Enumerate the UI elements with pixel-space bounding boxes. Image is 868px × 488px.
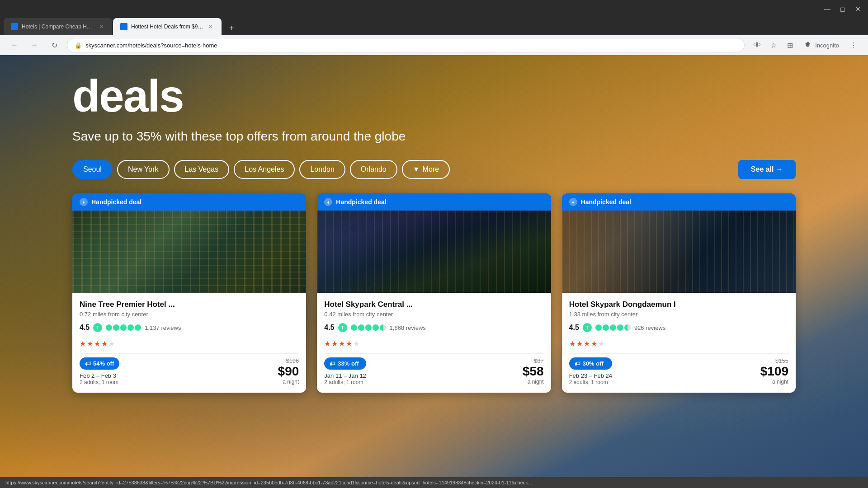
filter-los-angeles[interactable]: Los Angeles: [234, 160, 295, 179]
hotel-name-3: Hotel Skypark Dongdaemun I: [569, 300, 788, 309]
tripadvisor-icon-1: T: [93, 323, 102, 332]
price-section-3: $155 $109 a night: [760, 357, 788, 385]
star-1-1: ★: [80, 339, 86, 348]
tab-hotel-deals[interactable]: Hottest Hotel Deals from $90 | ✕: [113, 18, 222, 35]
price-section-2: $87 $58 a night: [523, 357, 544, 385]
dot-2-3: [365, 324, 372, 331]
handpicked-icon-2: ♦: [324, 198, 332, 206]
tab-title-1: Hotels | Compare Cheap Hotel: [22, 23, 94, 30]
filter-seoul[interactable]: Seoul: [72, 160, 113, 179]
tab-favicon-2: [120, 23, 127, 30]
filter-row: Seoul New York Las Vegas Los Angeles Lon…: [72, 160, 796, 179]
back-button[interactable]: ←: [7, 38, 22, 52]
sale-price-1: $90: [278, 364, 299, 379]
star-1-2: ★: [87, 339, 93, 348]
forward-button[interactable]: →: [27, 38, 42, 52]
date-range-3: Feb 23 – Feb 24: [569, 372, 612, 379]
dot-2-4: [373, 324, 379, 331]
star-1-3: ★: [94, 339, 100, 348]
price-row-3: 🏷 30% off Feb 23 – Feb 24 2 adults, 1 ro…: [569, 357, 788, 385]
price-row-1: 🏷 54% off Feb 2 – Feb 3 2 adults, 1 room…: [80, 357, 299, 385]
page-inner: deals Save up to 35% with these top offe…: [0, 55, 868, 393]
filter-new-york[interactable]: New York: [117, 160, 170, 179]
hotel-card-skypark-central[interactable]: ♦ Handpicked deal Hotel Skypark Central …: [317, 193, 551, 393]
dot-1-3: [120, 324, 127, 331]
bookmark-icon[interactable]: ☆: [766, 38, 781, 52]
extensions-icon[interactable]: ⊞: [783, 38, 797, 52]
handpicked-icon-1: ♦: [80, 198, 88, 206]
star-1-4: ★: [101, 339, 108, 348]
url-bar[interactable]: 🔒 skyscanner.com/hotels/deals?source=hot…: [67, 38, 745, 52]
new-tab-button[interactable]: +: [224, 21, 239, 35]
star-2-5: ★: [353, 339, 359, 348]
original-price-1: $196: [278, 357, 299, 364]
guests-info-1: 2 adults, 1 room: [80, 379, 119, 385]
green-dots-3: [595, 324, 631, 331]
rating-row-3: 4.5 T 926 reviews: [569, 323, 788, 332]
rating-row-1: 4.5 T 1,137 reviews: [80, 323, 299, 332]
dot-3-5: [624, 324, 631, 331]
reviews-count-2: 1,868 reviews: [390, 324, 426, 331]
hotel-distance-1: 0.72 miles from city center: [80, 311, 299, 318]
original-price-2: $87: [523, 357, 544, 364]
guests-info-3: 2 adults, 1 room: [569, 379, 612, 385]
see-all-button[interactable]: See all →: [738, 160, 796, 179]
handpicked-label-3: Handpicked deal: [581, 198, 631, 206]
tab-hotels-compare[interactable]: Hotels | Compare Cheap Hotel ✕: [4, 18, 112, 35]
window-controls: — ◻ ✕: [821, 3, 864, 15]
dot-2-2: [358, 324, 364, 331]
handpicked-badge-1: ♦ Handpicked deal: [72, 193, 306, 211]
hotel-distance-3: 1.33 miles from city center: [569, 311, 788, 318]
filter-london[interactable]: London: [299, 160, 345, 179]
dot-2-5: [380, 324, 386, 331]
star-3-5: ★: [598, 339, 604, 348]
price-row-2: 🏷 33% off Jan 11 – Jan 12 2 adults, 1 ro…: [324, 357, 543, 385]
stars-row-1: ★ ★ ★ ★ ★: [80, 339, 299, 348]
menu-button[interactable]: ⋮: [846, 38, 861, 52]
reviews-count-3: 926 reviews: [634, 324, 665, 331]
filter-orlando[interactable]: Orlando: [350, 160, 397, 179]
incognito-icon: [804, 41, 812, 49]
card-body-2: Hotel Skypark Central ... 0.42 miles fro…: [317, 293, 551, 393]
card-divider-1: [80, 353, 299, 354]
handpicked-icon-3: ♦: [569, 198, 577, 206]
card-divider-3: [569, 353, 788, 354]
handpicked-badge-2: ♦ Handpicked deal: [317, 193, 551, 211]
filter-pills: Seoul New York Las Vegas Los Angeles Lon…: [72, 160, 450, 179]
filter-las-vegas[interactable]: Las Vegas: [174, 160, 230, 179]
url-text: skyscanner.com/hotels/deals?source=hotel…: [85, 42, 737, 49]
status-bar: https://www.skyscanner.com/hotels/search…: [0, 477, 868, 488]
chevron-down-icon: ▼: [413, 165, 420, 174]
dot-1-5: [135, 324, 141, 331]
tab-close-2[interactable]: ✕: [207, 23, 214, 30]
card-divider-2: [324, 353, 543, 354]
hotel-card-skypark-dongdaemun[interactable]: ♦ Handpicked deal Hotel Skypark Dongdaem…: [562, 193, 796, 393]
hotel-name-2: Hotel Skypark Central ...: [324, 300, 543, 309]
per-night-2: a night: [523, 379, 544, 385]
status-url: https://www.skyscanner.com/hotels/search…: [5, 480, 532, 485]
star-3-2: ★: [576, 339, 583, 348]
hero-title: deals: [72, 73, 796, 118]
maximize-button[interactable]: ◻: [836, 3, 849, 15]
minimize-button[interactable]: —: [821, 3, 834, 15]
tab-close-1[interactable]: ✕: [98, 23, 105, 30]
rating-row-2: 4.5 T 1,868 reviews: [324, 323, 543, 332]
hotel-card-nine-tree[interactable]: ♦ Handpicked deal Nine Tree Premier Hote…: [72, 193, 306, 393]
eye-slash-icon[interactable]: 👁: [750, 38, 764, 52]
handpicked-label-2: Handpicked deal: [336, 198, 386, 206]
refresh-button[interactable]: ↻: [47, 38, 61, 52]
card-body-3: Hotel Skypark Dongdaemun I 1.33 miles fr…: [562, 293, 796, 393]
lock-icon: 🔒: [75, 42, 82, 49]
incognito-button[interactable]: Incognito: [799, 39, 844, 51]
hotel-image-nine-tree: ♦ Handpicked deal: [72, 193, 306, 293]
close-button[interactable]: ✕: [852, 3, 864, 15]
filter-more[interactable]: ▼ More: [402, 160, 450, 179]
browser-actions: 👁 ☆ ⊞ Incognito ⋮: [750, 38, 861, 52]
dot-1-2: [113, 324, 119, 331]
deal-info-3: 🏷 30% off Feb 23 – Feb 24 2 adults, 1 ro…: [569, 357, 612, 385]
dot-3-2: [603, 324, 609, 331]
page-content: deals Save up to 35% with these top offe…: [0, 55, 868, 488]
sale-price-2: $58: [523, 364, 544, 379]
stars-row-3: ★ ★ ★ ★ ★: [569, 339, 788, 348]
discount-pct-1: 54% off: [93, 360, 114, 367]
